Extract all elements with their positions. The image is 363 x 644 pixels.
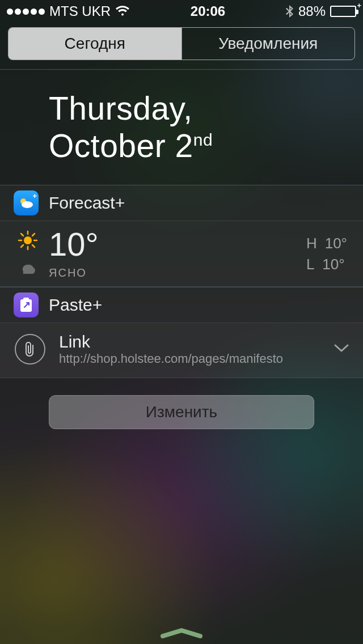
- battery-percent: 88%: [298, 3, 326, 19]
- tab-notifications[interactable]: Уведомления: [182, 28, 355, 60]
- low-value: 10°: [322, 256, 344, 273]
- svg-line-7: [21, 234, 23, 236]
- edit-button[interactable]: Изменить: [49, 395, 314, 429]
- sun-icon: [18, 230, 38, 253]
- svg-line-10: [32, 234, 35, 236]
- high-value: 10°: [325, 235, 347, 252]
- forecast-app-icon: +: [14, 190, 39, 215]
- forecast-widget-body[interactable]: 10° ясно H 10° L 10°: [0, 221, 363, 287]
- bluetooth-icon: [286, 5, 294, 18]
- signal-strength-icon: [7, 9, 45, 15]
- paste-widget-title: Paste+: [49, 295, 102, 315]
- svg-point-2: [24, 236, 32, 244]
- dismiss-grabber-icon[interactable]: [161, 628, 202, 638]
- date-line-1: Thursday,: [49, 90, 352, 128]
- wifi-icon: [115, 6, 130, 17]
- paste-app-icon: +: [14, 293, 39, 317]
- forecast-widget-header[interactable]: + Forecast+: [0, 185, 363, 221]
- paste-item-title: Link: [59, 332, 320, 351]
- forecast-widget-title: Forecast+: [49, 193, 125, 213]
- high-label: H: [306, 235, 317, 252]
- svg-point-1: [22, 201, 33, 208]
- date-line-2: October 2nd: [49, 128, 352, 165]
- svg-line-9: [21, 245, 23, 247]
- chevron-down-icon[interactable]: [334, 343, 349, 355]
- paste-widget-header[interactable]: + Paste+: [0, 287, 363, 323]
- paste-item-row[interactable]: Link http://shop.holstee.com/pages/manif…: [0, 323, 363, 378]
- carrier-label: MTS UKR: [49, 3, 111, 19]
- today-notifications-tabs: Сегодня Уведомления: [8, 27, 355, 60]
- attachment-icon: [15, 334, 45, 365]
- paste-item-url: http://shop.holstee.com/pages/manifesto: [59, 351, 320, 366]
- weather-condition: ясно: [49, 266, 306, 279]
- current-temperature: 10°: [49, 228, 306, 261]
- status-bar: MTS UKR 20:06 88%: [0, 0, 363, 23]
- battery-icon: [330, 6, 356, 17]
- low-label: L: [306, 256, 314, 273]
- tab-today[interactable]: Сегодня: [9, 28, 182, 60]
- cloud-icon: [18, 260, 38, 276]
- clock: 20:06: [130, 3, 286, 19]
- svg-rect-12: [23, 298, 29, 301]
- svg-line-8: [32, 245, 35, 247]
- date-header: Thursday, October 2nd: [0, 70, 363, 185]
